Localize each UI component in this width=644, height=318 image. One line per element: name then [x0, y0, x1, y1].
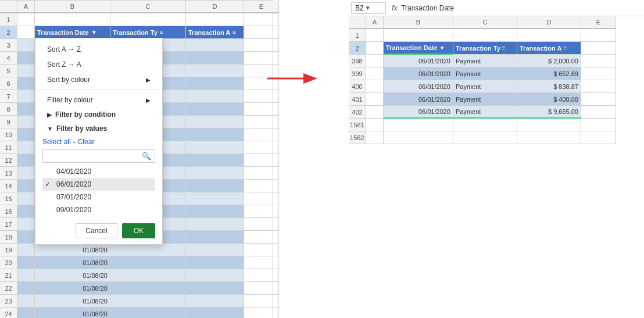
- menu-item-sort-colour[interactable]: Sort by colour ▶: [35, 72, 162, 87]
- cell-c19: [110, 244, 186, 256]
- cancel-button[interactable]: Cancel: [76, 223, 117, 238]
- right-b400: 06/01/2020: [384, 80, 453, 93]
- cell-b20: 01/08/20: [35, 256, 110, 269]
- right-a401: [366, 93, 384, 106]
- check-1: ✓: [45, 180, 54, 188]
- right-d1562: [517, 131, 581, 144]
- row-num-10: 10: [0, 128, 17, 141]
- right-e2: [581, 42, 616, 55]
- right-c2-header: Transaction Ty ≡: [453, 42, 517, 55]
- filter-condition-label: Filter by condition: [55, 110, 116, 119]
- row-num-5: 5: [0, 65, 17, 77]
- right-row-399: 399: [349, 67, 366, 80]
- cell-a4: [17, 52, 35, 65]
- cell-a20: [17, 256, 35, 269]
- menu-item-sort-za[interactable]: Sort Z → A: [35, 57, 162, 72]
- formula-text: Transaction Date: [401, 4, 454, 12]
- cell-e3: [244, 39, 279, 52]
- search-icon: 🔍: [142, 152, 151, 160]
- menu-item-sort-az[interactable]: Sort A → Z: [35, 42, 162, 57]
- menu-item-filter-colour[interactable]: Filter by colour ▶: [35, 92, 162, 108]
- cell-c2-header: Transaction Ty ≡: [110, 26, 186, 39]
- cell-d4: [186, 52, 244, 65]
- separator-dash: -: [73, 138, 76, 146]
- cell-d10: [186, 128, 244, 141]
- cell-a8: [17, 103, 35, 116]
- right-c400: Payment: [453, 80, 517, 93]
- ok-button[interactable]: OK: [122, 223, 155, 238]
- sort-colour-arrow: ▶: [146, 77, 151, 83]
- right-filter-icon-b[interactable]: ▼: [439, 45, 445, 51]
- row-num-7: 7: [0, 90, 17, 103]
- filter-icon-c[interactable]: ≡: [160, 29, 163, 35]
- transaction-date-label: Transaction Date: [37, 29, 89, 36]
- right-c401: Payment: [453, 93, 517, 106]
- menu-item-filter-values[interactable]: ▼ Filter by values: [35, 122, 162, 135]
- right-d2-header: Transaction A ≡: [517, 42, 581, 55]
- col-header-d: D: [186, 1, 244, 13]
- cell-a22: [17, 282, 35, 295]
- cell-d13: [186, 167, 244, 180]
- right-filter-icon-c[interactable]: ≡: [502, 45, 506, 51]
- cell-a9: [17, 116, 35, 128]
- value-label-0: 04/01/2020: [56, 167, 91, 176]
- right-col-header-a: A: [366, 16, 384, 29]
- col-header-c: C: [110, 1, 186, 13]
- right-row-1562: 1562: [349, 131, 366, 144]
- right-filter-icon-d[interactable]: ≡: [563, 45, 567, 51]
- cell-a17: [17, 218, 35, 231]
- cell-e11: [244, 141, 279, 154]
- right-transaction-date: Transaction Date: [386, 44, 438, 51]
- cell-c21: [110, 269, 186, 282]
- cell-e17: [244, 218, 279, 231]
- cell-e18: [244, 231, 279, 244]
- cell-d19: [186, 244, 244, 256]
- cell-a16: [17, 205, 35, 218]
- select-all-link[interactable]: Select all: [42, 138, 71, 146]
- right-b1561: [384, 119, 453, 131]
- filter-icon-b[interactable]: ▼: [91, 29, 97, 35]
- search-input[interactable]: [46, 152, 142, 160]
- col-header-a: A: [17, 1, 35, 13]
- cell-a13: [17, 167, 35, 180]
- cell-e21: [244, 269, 279, 282]
- search-box[interactable]: 🔍: [42, 149, 155, 163]
- formula-fx-icon: fx: [392, 3, 398, 12]
- cell-a24: [17, 308, 35, 318]
- value-label-1: 06/01/2020: [56, 180, 91, 188]
- col-header-e: E: [244, 1, 279, 13]
- cell-d24: [186, 308, 244, 318]
- value-item-2[interactable]: 07/01/2020: [42, 191, 155, 203]
- right-col-header-b: B: [384, 16, 453, 29]
- right-col-header-e: E: [581, 16, 616, 29]
- cell-ref-box: B2 ▼: [351, 2, 386, 14]
- cell-d3: [186, 39, 244, 52]
- value-item-1[interactable]: ✓ 06/01/2020: [42, 178, 155, 191]
- cell-a12: [17, 154, 35, 167]
- cell-ref-dropdown-icon[interactable]: ▼: [365, 5, 371, 11]
- cell-d1: [186, 13, 244, 26]
- menu-item-filter-condition[interactable]: ▶ Filter by condition: [35, 108, 162, 122]
- cell-e20: [244, 256, 279, 269]
- right-e400: [581, 80, 616, 93]
- right-row-1: 1: [349, 29, 366, 42]
- value-item-3[interactable]: 09/01/2020: [42, 203, 155, 216]
- right-e401: [581, 93, 616, 106]
- menu-buttons: Cancel OK: [35, 219, 162, 241]
- right-a399: [366, 67, 384, 80]
- row-num-17: 17: [0, 218, 17, 231]
- right-e1562: [581, 131, 616, 144]
- right-b398: 06/01/2020: [384, 55, 453, 67]
- cell-d17: [186, 218, 244, 231]
- cell-e13: [244, 167, 279, 180]
- row-num-8: 8: [0, 103, 17, 116]
- clear-link[interactable]: Clear: [78, 138, 95, 146]
- values-collapse-icon: ▼: [47, 126, 53, 132]
- value-item-0[interactable]: 04/01/2020: [42, 165, 155, 178]
- value-label-3: 09/01/2020: [56, 206, 91, 214]
- right-row-401: 401: [349, 93, 366, 106]
- right-spreadsheet: B2 ▼ fx Transaction Date A B C D E 1 2 T…: [349, 0, 644, 144]
- filter-icon-d[interactable]: ≡: [232, 29, 236, 35]
- filter-values-label: Filter by values: [56, 124, 107, 133]
- cell-c20: [110, 256, 186, 269]
